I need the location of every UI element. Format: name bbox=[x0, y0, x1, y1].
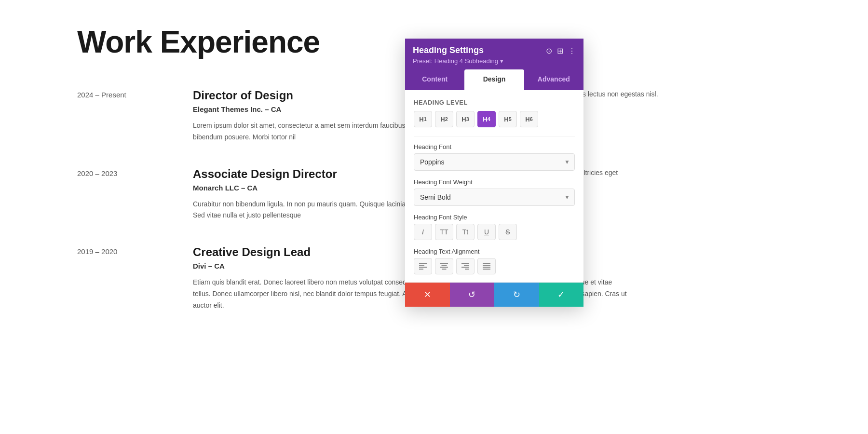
cancel-button[interactable]: ✕ bbox=[405, 283, 450, 307]
panel-actions: ✕ ↺ ↻ ✓ bbox=[405, 282, 583, 307]
font-heading-select-wrap: Poppins Roboto Open Sans Lato ▼ bbox=[414, 153, 575, 171]
font-style-label: Heading Font Style bbox=[414, 214, 575, 221]
font-weight-select[interactable]: Semi Bold Regular Bold Light bbox=[414, 189, 575, 206]
more-icon[interactable]: ⋮ bbox=[568, 46, 576, 55]
heading-level-label: Heading Level bbox=[414, 99, 575, 106]
font-weight-select-wrap: Semi Bold Regular Bold Light ▼ bbox=[414, 189, 575, 206]
heading-level-h1[interactable]: H1 bbox=[414, 111, 432, 127]
align-justify[interactable] bbox=[477, 258, 496, 274]
text-align-label: Heading Text Alignment bbox=[414, 248, 575, 255]
style-capitalize[interactable]: Tt bbox=[456, 224, 475, 240]
panel-header-icons: ⊙ ⊞ ⋮ bbox=[546, 45, 576, 55]
grid-icon[interactable]: ⊞ bbox=[557, 46, 563, 55]
svg-rect-6 bbox=[440, 267, 448, 268]
svg-rect-15 bbox=[483, 269, 490, 270]
svg-rect-1 bbox=[419, 265, 424, 266]
svg-rect-10 bbox=[461, 267, 469, 268]
svg-rect-8 bbox=[461, 263, 469, 264]
text-align-row bbox=[414, 258, 575, 274]
svg-rect-0 bbox=[419, 263, 427, 264]
panel-title: Heading Settings bbox=[413, 45, 503, 55]
svg-rect-9 bbox=[464, 265, 469, 266]
panel-header: Heading Settings Preset: Heading 4 Subhe… bbox=[405, 39, 583, 69]
heading-level-h2[interactable]: H2 bbox=[435, 111, 453, 127]
style-underline[interactable]: U bbox=[477, 224, 496, 240]
svg-rect-4 bbox=[440, 263, 448, 264]
svg-rect-5 bbox=[442, 265, 447, 266]
panel-tabs: Content Design Advanced bbox=[405, 69, 583, 90]
tab-design[interactable]: Design bbox=[464, 69, 524, 90]
heading-level-row: H1 H2 H3 H4 H5 H6 bbox=[414, 111, 575, 127]
save-button[interactable]: ✓ bbox=[539, 283, 584, 307]
svg-rect-11 bbox=[465, 269, 469, 270]
style-strikethrough[interactable]: S bbox=[499, 224, 517, 240]
undo-button[interactable]: ↺ bbox=[450, 283, 495, 307]
font-weight-label: Heading Font Weight bbox=[414, 178, 575, 186]
font-heading-select[interactable]: Poppins Roboto Open Sans Lato bbox=[414, 153, 575, 171]
svg-rect-3 bbox=[419, 269, 423, 270]
style-italic[interactable]: I bbox=[414, 224, 432, 240]
heading-level-h3[interactable]: H3 bbox=[456, 111, 475, 127]
panel-body: Heading Level H1 H2 H3 H4 H5 H6 Heading … bbox=[405, 90, 583, 307]
font-style-row: I TT Tt U S bbox=[414, 224, 575, 240]
page-wrapper: Work Experience 2024 – Present Director … bbox=[0, 0, 868, 434]
tab-advanced[interactable]: Advanced bbox=[524, 69, 583, 90]
align-left[interactable] bbox=[414, 258, 432, 274]
exp-date-2: 2020 – 2023 bbox=[77, 167, 174, 222]
heading-level-h6[interactable]: H6 bbox=[520, 111, 538, 127]
redo-button[interactable]: ↻ bbox=[494, 283, 539, 307]
tab-content[interactable]: Content bbox=[405, 69, 464, 90]
heading-settings-panel: Heading Settings Preset: Heading 4 Subhe… bbox=[405, 39, 583, 307]
svg-rect-7 bbox=[442, 269, 447, 270]
divider-1 bbox=[414, 136, 575, 136]
heading-level-h4[interactable]: H4 bbox=[477, 111, 496, 127]
svg-rect-2 bbox=[419, 267, 427, 268]
style-uppercase[interactable]: TT bbox=[435, 224, 453, 240]
align-center[interactable] bbox=[435, 258, 453, 274]
svg-rect-13 bbox=[483, 265, 490, 266]
svg-rect-12 bbox=[483, 263, 490, 264]
svg-rect-14 bbox=[483, 267, 490, 268]
align-right[interactable] bbox=[456, 258, 475, 274]
heading-level-h5[interactable]: H5 bbox=[499, 111, 517, 127]
camera-icon[interactable]: ⊙ bbox=[546, 46, 552, 55]
exp-date-3: 2019 – 2020 bbox=[77, 245, 174, 311]
panel-preset[interactable]: Preset: Heading 4 Subheading ▾ bbox=[413, 57, 503, 65]
font-heading-label: Heading Font bbox=[414, 143, 575, 150]
panel-header-left: Heading Settings Preset: Heading 4 Subhe… bbox=[413, 45, 503, 65]
exp-date-1: 2024 – Present bbox=[77, 89, 174, 143]
